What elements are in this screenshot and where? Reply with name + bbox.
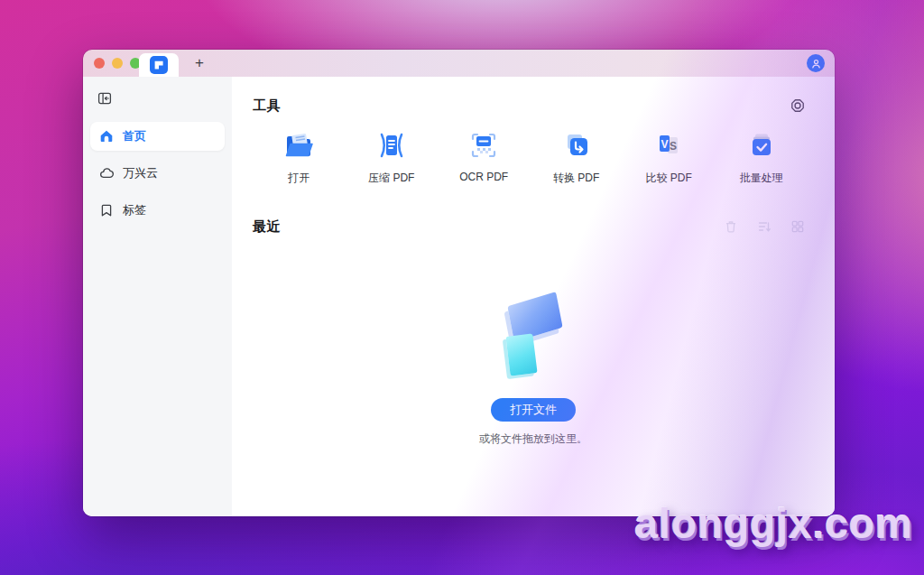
home-icon — [99, 129, 114, 144]
logo-cyan-slab — [505, 333, 537, 376]
minimize-window-button[interactable] — [112, 58, 123, 69]
app-window: + — [83, 50, 835, 516]
person-icon — [810, 58, 822, 70]
recent-section-title: 最近 — [253, 218, 281, 236]
collapse-sidebar-icon — [97, 91, 112, 106]
pdfelement-3d-logo — [492, 292, 575, 378]
tool-open[interactable]: 打开 — [253, 128, 345, 186]
watermark-text: alonggjx.com — [635, 499, 913, 548]
tool-compare-pdf[interactable]: V S 比较 PDF — [623, 128, 715, 186]
tool-label: 转换 PDF — [553, 171, 599, 186]
traffic-lights — [94, 58, 141, 69]
pdfelement-logo-icon — [150, 56, 168, 74]
settings-button[interactable] — [788, 96, 808, 116]
gear-icon — [790, 97, 806, 114]
tab-home[interactable] — [139, 53, 179, 77]
delete-icon[interactable] — [721, 217, 741, 236]
sidebar-item-home[interactable]: 首页 — [90, 122, 225, 151]
svg-text:S: S — [670, 140, 677, 153]
grid-view-icon[interactable] — [788, 217, 808, 236]
main-content: 工具 — [232, 77, 835, 516]
bookmark-icon — [99, 203, 114, 218]
collapse-sidebar-button[interactable] — [94, 88, 116, 109]
svg-text:V: V — [661, 138, 669, 151]
sidebar-item-label: 万兴云 — [123, 165, 158, 181]
close-window-button[interactable] — [94, 58, 105, 69]
sidebar-item-label: 标签 — [123, 202, 146, 218]
tool-label: OCR PDF — [459, 171, 508, 183]
desktop: + — [0, 0, 924, 575]
titlebar: + — [83, 50, 835, 77]
tool-batch-process[interactable]: 批量处理 — [715, 128, 807, 186]
tool-label: 压缩 PDF — [368, 171, 414, 186]
sidebar-item-label: 首页 — [123, 128, 146, 144]
ocr-pdf-icon — [467, 128, 501, 162]
tool-compress-pdf[interactable]: 压缩 PDF — [345, 128, 437, 186]
sidebar-item-tags[interactable]: 标签 — [90, 196, 225, 225]
sort-descending-icon[interactable] — [754, 217, 774, 236]
batch-process-icon — [744, 128, 779, 162]
recent-actions — [721, 217, 808, 236]
recent-empty-state: 打开文件 或将文件拖放到这里。 — [479, 292, 587, 447]
compress-pdf-icon — [374, 128, 409, 162]
drag-drop-hint: 或将文件拖放到这里。 — [479, 431, 587, 447]
new-tab-button[interactable]: + — [188, 50, 211, 77]
open-folder-icon — [282, 128, 316, 162]
tools-section-title: 工具 — [253, 97, 281, 115]
tool-label: 比较 PDF — [646, 171, 692, 186]
tool-convert-pdf[interactable]: 转换 PDF — [530, 128, 622, 186]
compare-pdf-icon: V S — [651, 128, 686, 162]
account-avatar[interactable] — [807, 54, 825, 72]
tools-grid: 打开 压缩 P — [253, 128, 808, 186]
sidebar-item-cloud[interactable]: 万兴云 — [90, 159, 225, 188]
tool-label: 批量处理 — [740, 171, 783, 186]
sidebar: 首页 万兴云 标签 — [83, 77, 232, 516]
tool-ocr-pdf[interactable]: OCR PDF — [438, 128, 530, 186]
cloud-icon — [99, 166, 114, 181]
tool-label: 打开 — [288, 171, 310, 186]
open-file-button[interactable]: 打开文件 — [491, 398, 576, 422]
convert-pdf-icon — [559, 128, 594, 162]
